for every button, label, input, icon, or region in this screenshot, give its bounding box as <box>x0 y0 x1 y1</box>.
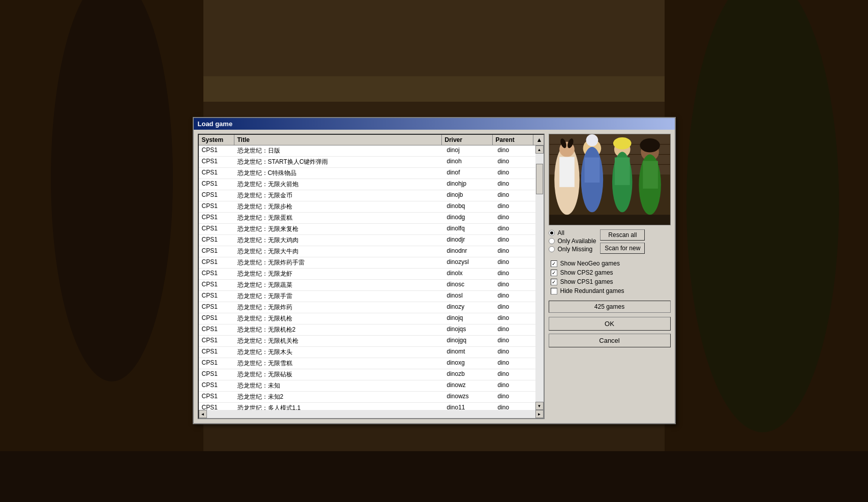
cancel-button[interactable]: Cancel <box>549 334 671 347</box>
horizontal-scrollbar[interactable]: ◄ ► <box>199 410 544 418</box>
cell-driver: dinojq <box>444 313 495 324</box>
cell-system: CPS1 <box>199 257 234 268</box>
checkbox-cps1-input[interactable]: ✓ <box>551 279 557 285</box>
cell-parent: dino <box>495 168 535 179</box>
table-row[interactable]: CPS1 恐龙世纪：无限炸药 dinozy dino <box>199 302 535 313</box>
cell-parent: dino <box>495 179 535 190</box>
dialog-title: Load game <box>198 120 233 128</box>
cell-system: CPS1 <box>199 313 234 324</box>
vertical-scrollbar[interactable]: ▲ ▼ <box>535 145 544 410</box>
table-row[interactable]: CPS1 恐龙世纪：多人模式1.1 dino11 dino <box>199 403 535 410</box>
cell-title: 恐龙世纪：无限手雷 <box>234 291 444 302</box>
table-row[interactable]: CPS1 恐龙世纪：无限雪糕 dinoxg dino <box>199 358 535 369</box>
cell-driver: dinoj <box>444 145 495 156</box>
table-row[interactable]: CPS1 恐龙世纪：无限木头 dinomt dino <box>199 347 535 358</box>
cell-driver: dinof <box>444 168 495 179</box>
table-row[interactable]: CPS1 恐龙世纪：C特殊物品 dinof dino <box>199 168 535 179</box>
cell-parent: dino <box>495 224 535 234</box>
checkbox-neogeo[interactable]: ✓ Show NeoGeo games <box>551 260 669 267</box>
table-row[interactable]: CPS1 恐龙世纪：无限炸药手雷 dinozysl dino <box>199 257 535 269</box>
checkbox-cps2[interactable]: ✓ Show CPS2 games <box>551 269 669 276</box>
radio-available[interactable]: Only Available <box>549 238 596 245</box>
cell-title: 恐龙世纪：无限金币 <box>234 190 444 201</box>
table-body[interactable]: CPS1 恐龙世纪：日版 dinoj dino CPS1 恐龙世纪：START换… <box>199 145 535 410</box>
cell-title: 恐龙世纪：无限木头 <box>234 347 444 358</box>
table-row[interactable]: CPS1 恐龙世纪：未知2 dinowzs dino <box>199 392 535 403</box>
table-header: System Title Driver Parent ▲ <box>199 135 544 145</box>
right-panel: All Only Available Only Missing <box>549 134 671 419</box>
table-row[interactable]: CPS1 恐龙世纪：无限机关枪 dinojgq dino <box>199 336 535 347</box>
checkbox-hide-redundant-input[interactable]: ✓ <box>551 288 557 294</box>
hscroll-left-button[interactable]: ◄ <box>199 410 207 418</box>
svg-rect-21 <box>584 157 600 182</box>
table-row[interactable]: CPS1 恐龙世纪：无限机枪2 dinojqs dino <box>199 324 535 336</box>
checkbox-cps1[interactable]: ✓ Show CPS1 games <box>551 278 669 285</box>
checkbox-hide-redundant[interactable]: ✓ Hide Redundant games <box>551 287 669 294</box>
hscroll-right-button[interactable]: ► <box>535 410 544 418</box>
cell-title: 恐龙世纪：START换人C键炸弹雨 <box>234 157 444 167</box>
cell-driver: dinojgq <box>444 336 495 346</box>
checkbox-neogeo-label: Show NeoGeo games <box>560 260 620 267</box>
cell-driver: dinoh <box>444 157 495 167</box>
hscroll-track[interactable] <box>207 410 535 418</box>
scroll-down-button[interactable]: ▼ <box>535 402 544 410</box>
cell-system: CPS1 <box>199 380 234 391</box>
cell-driver: dinomt <box>444 347 495 358</box>
table-row[interactable]: CPS1 恐龙世纪：无限砧板 dinozb dino <box>199 369 535 380</box>
cell-system: CPS1 <box>199 269 234 279</box>
cell-system: CPS1 <box>199 336 234 346</box>
table-row[interactable]: CPS1 恐龙世纪：日版 dinoj dino <box>199 145 535 157</box>
scan-for-new-button[interactable]: Scan for new <box>600 243 645 254</box>
table-row[interactable]: CPS1 恐龙世纪：无限火箭炮 dinohjp dino <box>199 179 535 190</box>
scroll-thumb-area[interactable] <box>535 154 544 402</box>
table-row[interactable]: CPS1 恐龙世纪：无限金币 dinojb dino <box>199 190 535 201</box>
radio-all[interactable]: All <box>549 229 596 237</box>
table-row[interactable]: CPS1 恐龙世纪：无限来复枪 dinolfq dino <box>199 224 535 235</box>
scroll-up-button[interactable]: ▲ <box>535 145 544 154</box>
table-row[interactable]: CPS1 恐龙世纪：无限龙虾 dinolx dino <box>199 269 535 280</box>
checkbox-neogeo-input[interactable]: ✓ <box>551 260 557 267</box>
table-row[interactable]: CPS1 恐龙世纪：START换人C键炸弹雨 dinoh dino <box>199 157 535 168</box>
cell-driver: dinozysl <box>444 257 495 268</box>
table-row[interactable]: CPS1 恐龙世纪：无限蛋糕 dinodg dino <box>199 213 535 224</box>
cell-system: CPS1 <box>199 392 234 402</box>
checkbox-cps2-input[interactable]: ✓ <box>551 270 557 276</box>
table-row[interactable]: CPS1 恐龙世纪：无限机枪 dinojq dino <box>199 313 535 324</box>
radio-missing-input[interactable] <box>549 246 555 252</box>
game-preview-image <box>549 134 671 225</box>
cell-system: CPS1 <box>199 179 234 190</box>
cell-parent: dino <box>495 324 535 335</box>
rescan-all-button[interactable]: Rescan all <box>600 229 645 241</box>
cell-system: CPS1 <box>199 324 234 335</box>
cell-system: CPS1 <box>199 235 234 246</box>
table-row[interactable]: CPS1 恐龙世纪：无限大牛肉 dinodnr dino <box>199 246 535 257</box>
radio-missing[interactable]: Only Missing <box>549 246 596 253</box>
cell-parent: dino <box>495 380 535 391</box>
filter-controls: All Only Available Only Missing <box>549 229 671 254</box>
svg-rect-29 <box>643 161 658 188</box>
radio-all-input[interactable] <box>549 230 555 236</box>
col-title: Title <box>234 135 442 145</box>
cell-title: 恐龙世纪：无限蔬菜 <box>234 280 444 290</box>
cell-system: CPS1 <box>199 347 234 358</box>
cell-title: 恐龙世纪：无限机关枪 <box>234 336 444 346</box>
cell-parent: dino <box>495 190 535 201</box>
cell-parent: dino <box>495 347 535 358</box>
table-row[interactable]: CPS1 恐龙世纪：无限蔬菜 dinosc dino <box>199 280 535 291</box>
dialog-overlay: Load game System Title Driver Parent ▲ <box>0 0 868 502</box>
cell-parent: dino <box>495 313 535 324</box>
col-sort-indicator: ▲ <box>533 135 544 145</box>
cell-title: 恐龙世纪：无限来复枪 <box>234 224 444 234</box>
table-row[interactable]: CPS1 恐龙世纪：无限步枪 dinobq dino <box>199 201 535 213</box>
cell-title: 恐龙世纪：无限大牛肉 <box>234 246 444 257</box>
scroll-thumb[interactable] <box>536 164 543 194</box>
radio-available-input[interactable] <box>549 238 555 244</box>
table-row[interactable]: CPS1 恐龙世纪：未知 dinowz dino <box>199 380 535 392</box>
checkbox-cps2-label: Show CPS2 games <box>560 269 613 276</box>
cell-system: CPS1 <box>199 246 234 257</box>
table-row[interactable]: CPS1 恐龙世纪：无限手雷 dinosl dino <box>199 291 535 302</box>
table-row[interactable]: CPS1 恐龙世纪：无限大鸡肉 dinodjr dino <box>199 235 535 246</box>
cell-title: 恐龙世纪：日版 <box>234 145 444 156</box>
cell-driver: dinozy <box>444 302 495 313</box>
ok-button[interactable]: OK <box>549 317 671 331</box>
